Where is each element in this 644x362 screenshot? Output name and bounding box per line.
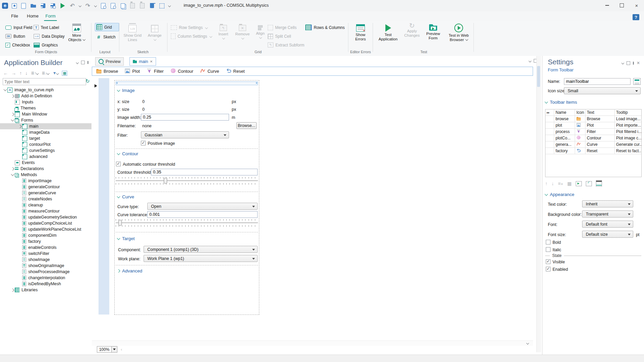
tree-item[interactable]: Events [0,160,91,166]
contour-threshold-slider[interactable] [116,177,258,185]
tree-item[interactable]: updateWorkPlaneChoiceList [0,226,91,232]
tree-item[interactable]: updateGeometrySelection [0,214,91,220]
tree-item[interactable]: advanced [0,154,91,160]
more-objects-button[interactable]: More Objects [66,24,87,42]
table-row[interactable]: processFilterPlot filtered i... [545,129,641,135]
bold-checkbox[interactable] [546,240,551,244]
work-plane-combobox[interactable]: Work Plane 1 (wp1) [144,255,258,262]
delete-icon[interactable] [150,4,154,8]
section-header-target[interactable]: Target [117,236,135,241]
section-header-advanced[interactable]: Advanced [117,268,142,273]
tree-item[interactable]: curveSettings [0,147,91,154]
table-column-header[interactable]: Tooltip [615,109,641,116]
data-display-button[interactable]: 1.23Data Display [34,32,65,40]
test-in-web-browser-button[interactable]: Test in Web Browser [445,24,472,42]
italic-checkbox[interactable] [546,247,551,252]
visible-checkbox[interactable] [546,259,551,264]
tree-expander-icon[interactable] [10,120,15,121]
save-as-icon[interactable] [50,3,55,8]
tree-item[interactable]: Main Window [0,111,91,117]
table-row[interactable]: plotPlotPlot importe... [545,122,641,129]
table-column-header[interactable]: Text [585,109,615,116]
filter-tree-icon[interactable]: ▼ [52,71,59,75]
toolbar-placeholder-selected[interactable] [116,81,258,85]
refresh-icon[interactable]: ↻ [85,78,90,84]
pin-panel-icon[interactable] [87,61,88,64]
vertical-scrollbar[interactable] [536,56,541,352]
copy-icon[interactable] [121,3,125,8]
preview-form-button[interactable]: Preview Form [423,24,443,40]
settings-close-icon[interactable]: ✕ [637,61,640,65]
tree-item[interactable]: enableControls [0,244,91,251]
run-icon[interactable] [61,3,65,8]
open-icon[interactable] [31,4,36,8]
table-row[interactable]: plotCo...ContourPlot image c... [545,135,641,141]
curve-tolerance-input[interactable] [147,211,258,218]
tree-expander-icon[interactable] [10,168,15,170]
nav-down-icon[interactable]: ↓ [25,70,28,76]
tree-item[interactable]: changeInterpolation [0,275,91,281]
form-design-surface[interactable]: Image x: size 0 px y: size 0 px Image wi… [114,80,259,315]
tree-item[interactable]: target [0,135,91,141]
undo-menu-chevron-icon[interactable] [79,4,81,7]
filter-combobox[interactable]: Gaussian [141,131,229,138]
redo-icon[interactable]: ↷ [85,3,91,9]
curve-tolerance-slider[interactable] [116,219,258,227]
tab-home[interactable]: Home [26,11,40,20]
section-header-toolbar-items[interactable]: Toolbar Items [545,100,577,105]
tree-expander-icon[interactable] [10,174,15,175]
show-errors-button[interactable]: Show Errors [351,24,370,41]
tree-item[interactable]: Libraries [0,287,91,293]
tree-item[interactable]: Methods [0,172,91,178]
settings-menu-chevron-icon[interactable] [621,62,624,64]
tab-form[interactable]: Form [44,11,57,21]
undo-icon[interactable]: ↶ [69,3,75,9]
tree-item[interactable]: cleanup [0,202,91,208]
close-tab-icon[interactable]: × [150,59,153,64]
font-size-combobox[interactable]: Default size [582,231,633,238]
minimize-button[interactable] [600,0,614,11]
section-header-contour[interactable]: Contour [117,151,138,156]
graphics-button[interactable]: Graphics [34,41,58,49]
tree-item[interactable]: main [0,123,91,129]
tree-item[interactable]: generateContour [0,184,91,190]
toolbar-items-table[interactable]: ▸▸NameIconTextTooltipbrowseBrowseLoad im… [545,109,642,177]
tree-item[interactable]: measureContour [0,208,91,214]
move-down-icon[interactable]: ≣↓ [42,71,49,75]
browse-file-button[interactable]: Browse... [236,122,257,129]
image-width-input[interactable] [141,114,229,121]
zoom-level-value[interactable]: 100% [97,346,112,353]
save-icon[interactable] [41,3,45,8]
tree-item[interactable]: generateCurve [0,190,91,196]
add-item-icon[interactable] [576,181,582,186]
table-column-header[interactable]: Name [554,109,575,116]
form-toolbar-browse-button[interactable]: Browse [96,68,118,74]
add-separator-icon[interactable] [596,180,602,187]
table-column-header[interactable]: Icon [575,109,585,116]
checkbox-button[interactable]: ✓Checkbox [5,41,30,49]
table-row[interactable]: factoryResetReset to fact... [545,148,641,154]
scroll-down-chevron-icon[interactable] [525,341,530,345]
help-button[interactable]: ? [633,14,639,20]
move-up-icon[interactable]: ≣↑ [31,71,38,75]
tree-item[interactable]: contourPlot [0,141,91,147]
new-file-icon[interactable] [21,3,26,9]
section-header-appearance[interactable]: Appearance [545,192,574,197]
tree-item[interactable]: imageData [0,129,91,135]
component-combobox[interactable]: Component 1 (comp1) (3D) [144,246,258,253]
tree-item[interactable]: Declarations [0,166,91,172]
grid-button[interactable]: Grid [95,23,119,31]
nav-back-icon[interactable]: ← [3,70,8,76]
form-toolbar-filter-button[interactable]: Filter [147,68,164,74]
section-header-curve[interactable]: Curve [117,194,134,199]
tree-item[interactable]: showProcessedImage [0,269,91,275]
zoom-document-icon[interactable] [101,3,106,9]
tree-item[interactable]: switchFilter [0,251,91,257]
tree-item[interactable]: Inputs [0,99,91,105]
curve-slider-thumb[interactable] [118,220,122,226]
rename-form-icon[interactable] [633,78,641,85]
editor-menu-chevron-icon[interactable] [529,59,531,62]
model-manager-icon[interactable] [12,3,17,8]
name-input[interactable] [564,78,631,85]
tree-item[interactable]: showImage [0,257,91,263]
